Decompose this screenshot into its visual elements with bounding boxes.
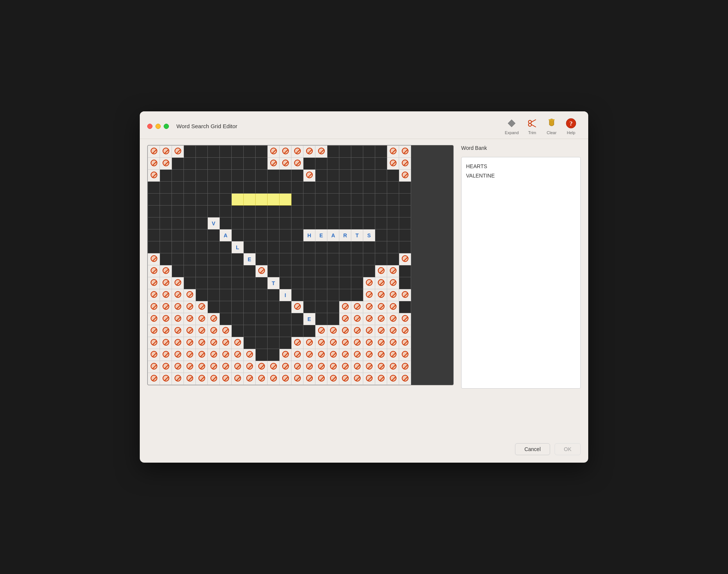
grid-cell[interactable]: L (232, 241, 244, 253)
grid-cell[interactable] (291, 337, 303, 349)
grid-cell[interactable] (184, 289, 196, 301)
grid-cell[interactable] (172, 349, 184, 361)
grid-cell[interactable] (399, 289, 411, 301)
grid-cell[interactable] (291, 373, 303, 385)
grid-cell[interactable]: R (339, 229, 351, 241)
grid-cell[interactable] (268, 194, 280, 206)
grid-cell[interactable] (303, 194, 315, 206)
grid-cell[interactable] (291, 325, 303, 337)
grid-cell[interactable] (351, 361, 363, 373)
grid-cell[interactable] (172, 313, 184, 325)
grid-cell[interactable] (172, 265, 184, 277)
grid-cell[interactable] (339, 182, 351, 194)
grid-cell[interactable] (339, 146, 351, 158)
grid-cell[interactable] (387, 301, 399, 313)
grid-cell[interactable] (315, 373, 327, 385)
grid-cell[interactable] (256, 301, 268, 313)
grid-cell[interactable] (256, 217, 268, 229)
grid-cell[interactable] (375, 301, 387, 313)
grid-cell[interactable] (268, 146, 280, 158)
grid-cell[interactable] (256, 313, 268, 325)
grid-cell[interactable] (351, 325, 363, 337)
grid-cell[interactable] (303, 170, 315, 182)
grid-cell[interactable] (148, 229, 160, 241)
grid-cell[interactable] (232, 229, 244, 241)
grid-cell[interactable] (327, 146, 339, 158)
grid-cell[interactable] (232, 325, 244, 337)
grid-cell[interactable] (399, 313, 411, 325)
grid-cell[interactable] (244, 194, 256, 206)
trim-button[interactable]: Trim (526, 117, 538, 135)
grid-cell[interactable] (375, 325, 387, 337)
grid-cell[interactable] (268, 241, 280, 253)
grid-cell[interactable] (208, 289, 220, 301)
grid-cell[interactable] (208, 182, 220, 194)
grid-cell[interactable] (208, 361, 220, 373)
grid-cell[interactable] (172, 289, 184, 301)
grid-cell[interactable] (280, 373, 291, 385)
grid-cell[interactable] (184, 277, 196, 289)
grid-cell[interactable] (184, 373, 196, 385)
grid-cell[interactable] (315, 158, 327, 170)
grid-cell[interactable] (160, 301, 172, 313)
grid-cell[interactable] (232, 146, 244, 158)
grid-cell[interactable] (315, 337, 327, 349)
grid-cell[interactable] (280, 301, 291, 313)
grid-cell[interactable] (244, 158, 256, 170)
grid-cell[interactable] (160, 325, 172, 337)
word-bank-box[interactable]: HEARTS VALENTINE (461, 157, 581, 389)
help-button[interactable]: ? Help (565, 117, 577, 135)
grid-cell[interactable] (148, 158, 160, 170)
grid-cell[interactable] (160, 313, 172, 325)
grid-cell[interactable]: A (327, 229, 339, 241)
grid-cell[interactable] (363, 361, 375, 373)
grid-cell[interactable] (327, 241, 339, 253)
grid-cell[interactable] (387, 361, 399, 373)
grid-cell[interactable] (327, 170, 339, 182)
grid-cell[interactable] (375, 146, 387, 158)
grid-cell[interactable] (244, 373, 256, 385)
grid-cell[interactable] (387, 217, 399, 229)
grid-cell[interactable] (399, 337, 411, 349)
grid-cell[interactable] (232, 337, 244, 349)
grid-cell[interactable] (244, 229, 256, 241)
grid-cell[interactable]: S (363, 229, 375, 241)
grid-cell[interactable]: E (315, 229, 327, 241)
grid-cell[interactable] (291, 217, 303, 229)
grid-cell[interactable] (363, 277, 375, 289)
grid-cell[interactable] (220, 194, 232, 206)
grid-cell[interactable] (387, 349, 399, 361)
grid-cell[interactable] (363, 182, 375, 194)
grid-cell[interactable] (232, 277, 244, 289)
grid-cell[interactable] (208, 194, 220, 206)
grid-cell[interactable] (184, 182, 196, 194)
grid-cell[interactable] (303, 349, 315, 361)
grid-cell[interactable] (172, 337, 184, 349)
grid-cell[interactable] (256, 229, 268, 241)
grid-cell[interactable] (375, 217, 387, 229)
grid-cell[interactable] (303, 182, 315, 194)
grid-cell[interactable]: V (208, 217, 220, 229)
grid-cell[interactable] (339, 217, 351, 229)
grid-cell[interactable] (256, 241, 268, 253)
grid-cell[interactable] (315, 170, 327, 182)
grid-cell[interactable] (220, 289, 232, 301)
grid-cell[interactable] (303, 337, 315, 349)
grid-cell[interactable] (184, 349, 196, 361)
grid-cell[interactable] (160, 241, 172, 253)
grid-cell[interactable] (375, 361, 387, 373)
grid-cell[interactable] (160, 253, 172, 265)
grid-cell[interactable] (351, 301, 363, 313)
grid-cell[interactable] (220, 182, 232, 194)
grid-cell[interactable] (351, 313, 363, 325)
grid-cell[interactable] (256, 158, 268, 170)
grid-cell[interactable] (208, 206, 220, 217)
grid-cell[interactable] (244, 241, 256, 253)
grid-cell[interactable] (268, 289, 280, 301)
grid-cell[interactable] (387, 206, 399, 217)
grid-cell[interactable] (220, 337, 232, 349)
grid-cell[interactable] (184, 229, 196, 241)
grid-cell[interactable] (160, 206, 172, 217)
grid-cell[interactable] (315, 349, 327, 361)
grid-cell[interactable] (280, 146, 291, 158)
